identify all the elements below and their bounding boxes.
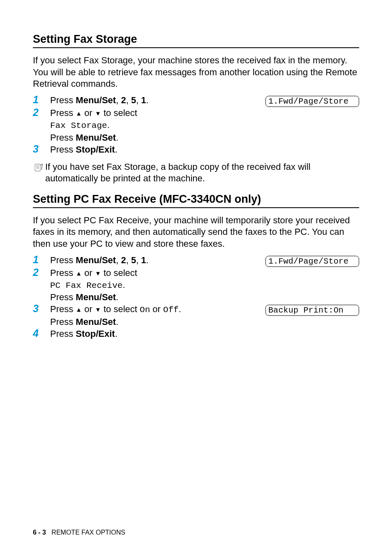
note-text: If you have set Fax Storage, a backup co… (45, 161, 359, 185)
intro-fax-storage: If you select Fax Storage, your machine … (33, 55, 359, 90)
step-number: 3 (33, 303, 50, 314)
step-text-mono: Fax Storage. (50, 119, 137, 132)
heading-fax-storage: Setting Fax Storage (33, 33, 359, 48)
step-text-mono: PC Fax Receive. (50, 279, 137, 292)
step-text: Press Menu/Set. (50, 316, 181, 328)
lcd-display: 1.Fwd/Page/Store (265, 256, 359, 267)
step-number: 2 (33, 267, 50, 278)
step-text: Press Menu/Set. (50, 132, 137, 144)
intro-pc-fax: If you select PC Fax Receive, your machi… (33, 215, 359, 250)
up-arrow-icon: ▲ (76, 306, 82, 313)
lcd-display: Backup Print:On (265, 305, 359, 316)
step-text: Press Menu/Set, 2, 5, 1. (50, 95, 149, 105)
step-number: 1 (33, 254, 50, 265)
down-arrow-icon: ▼ (95, 270, 101, 277)
step-text: Press ▲ or ▼ to select On or Off. (50, 303, 181, 316)
up-arrow-icon: ▲ (76, 110, 82, 117)
lcd-display: 1.Fwd/Page/Store (265, 96, 359, 107)
down-arrow-icon: ▼ (95, 110, 101, 117)
svg-rect-0 (35, 164, 40, 171)
up-arrow-icon: ▲ (76, 270, 82, 277)
step-1: 1 Press Menu/Set, 2, 5, 1. 1.Fwd/Page/St… (33, 94, 359, 107)
page-footer: 6 - 3 REMOTE FAX OPTIONS (33, 529, 125, 536)
step-text: Press Stop/Exit. (50, 144, 118, 155)
step-1: 1 Press Menu/Set, 2, 5, 1. 1.Fwd/Page/St… (33, 254, 359, 267)
step-3: 3 Press ▲ or ▼ to select On or Off. Pres… (33, 303, 359, 328)
note-icon (33, 161, 45, 175)
step-text: Press Stop/Exit. (50, 329, 118, 339)
step-number: 2 (33, 107, 50, 118)
step-2: 2 Press ▲ or ▼ to select Fax Storage. Pr… (33, 107, 359, 144)
down-arrow-icon: ▼ (95, 306, 101, 313)
page: Setting Fax Storage If you select Fax St… (0, 0, 392, 556)
note-fax-storage: If you have set Fax Storage, a backup co… (33, 161, 359, 185)
footer-title: REMOTE FAX OPTIONS (51, 529, 125, 536)
step-3: 3 Press Stop/Exit. (33, 144, 359, 155)
step-text: Press Menu/Set. (50, 291, 137, 303)
step-number: 3 (33, 144, 50, 154)
steps-pc-fax: 1 Press Menu/Set, 2, 5, 1. 1.Fwd/Page/St… (33, 254, 359, 340)
step-number: 1 (33, 94, 50, 105)
page-number: 6 - 3 (33, 529, 46, 536)
step-4: 4 Press Stop/Exit. (33, 328, 359, 340)
step-2: 2 Press ▲ or ▼ to select PC Fax Receive.… (33, 267, 359, 303)
heading-pc-fax: Setting PC Fax Receive (MFC-3340CN only) (33, 193, 359, 208)
step-text: Press Menu/Set, 2, 5, 1. (50, 255, 149, 265)
step-text: Press ▲ or ▼ to select (50, 107, 137, 119)
steps-fax-storage: 1 Press Menu/Set, 2, 5, 1. 1.Fwd/Page/St… (33, 94, 359, 155)
step-text: Press ▲ or ▼ to select (50, 267, 137, 279)
step-number: 4 (33, 328, 50, 338)
